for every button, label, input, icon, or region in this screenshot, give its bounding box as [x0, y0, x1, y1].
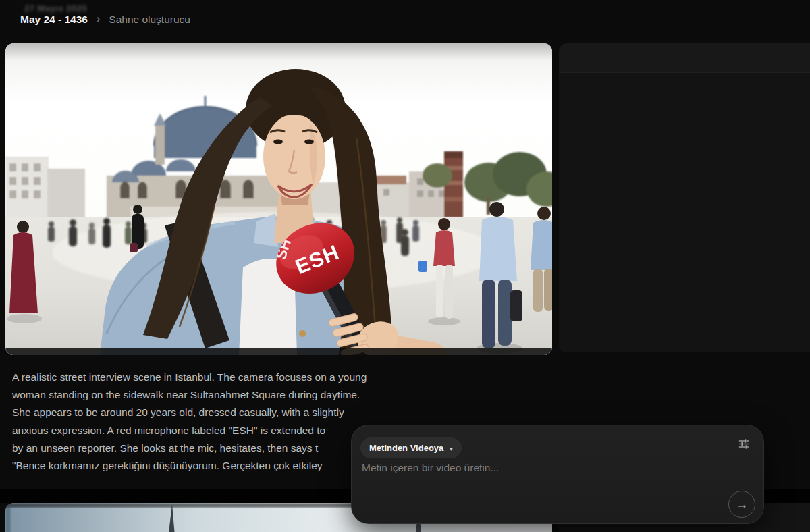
breadcrumb: May 24 - 1436 › Sahne oluşturucu	[20, 14, 190, 26]
chevron-right-icon: ›	[97, 13, 100, 25]
flow-scene-builder-page: 27 Mayıs 2025 › May 24 - 1436 › Sahne ol…	[0, 0, 810, 532]
breadcrumb-project[interactable]: May 24 - 1436	[20, 14, 88, 26]
prompt-line: A realistic street interview scene in Is…	[12, 369, 417, 386]
breadcrumb-page: Sahne oluşturucu	[109, 14, 190, 26]
prompt-line: woman standing on the sidewalk near Sult…	[12, 386, 417, 404]
mode-selector-dropdown[interactable]: Metinden Videoya ▾	[360, 437, 462, 458]
blurred-date-label: 27 Mayıs 2025	[24, 3, 87, 14]
prompt-input[interactable]	[362, 462, 743, 491]
mode-selector-label: Metinden Videoya	[369, 443, 443, 453]
prompt-composer: Metinden Videoya ▾ →	[351, 425, 764, 524]
tune-icon	[738, 437, 750, 450]
scene-side-panel-header	[559, 43, 810, 73]
arrow-right-icon: →	[736, 492, 748, 516]
submit-arrow-button[interactable]: →	[728, 491, 755, 518]
prompt-line: She appears to be around 20 years old, d…	[12, 404, 417, 421]
settings-tune-button[interactable]	[736, 436, 751, 451]
scene-video-thumbnail[interactable]: SH ESH	[5, 43, 552, 355]
chevron-down-icon: ▾	[450, 446, 453, 452]
scene-side-panel	[559, 43, 810, 352]
